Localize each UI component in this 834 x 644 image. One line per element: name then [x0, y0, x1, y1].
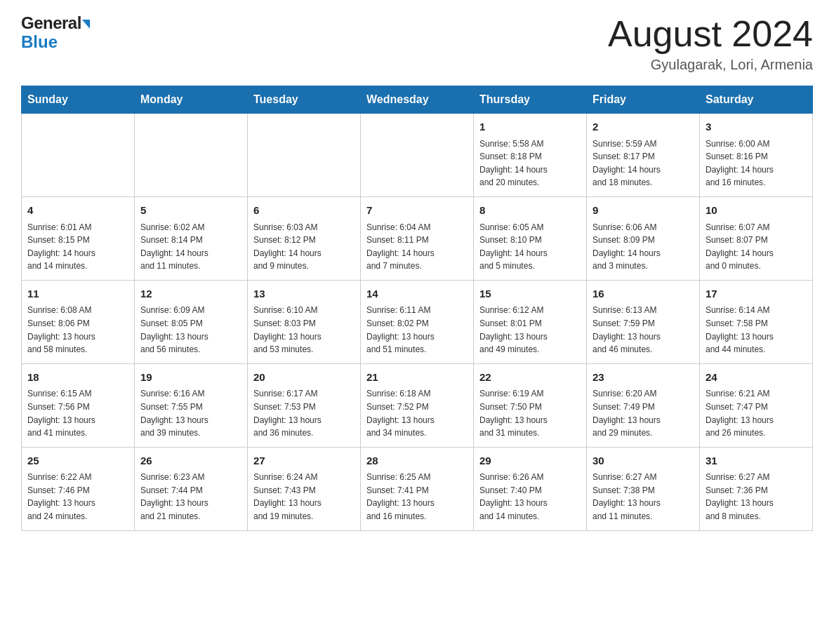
calendar-cell: 31Sunrise: 6:27 AM Sunset: 7:36 PM Dayli…	[700, 447, 813, 530]
day-number: 14	[366, 286, 468, 302]
day-number: 5	[140, 203, 241, 219]
location-label: Gyulagarak, Lori, Armenia	[608, 57, 813, 73]
calendar-cell: 19Sunrise: 6:16 AM Sunset: 7:55 PM Dayli…	[135, 363, 248, 447]
day-number: 28	[366, 453, 468, 469]
sun-info: Sunrise: 6:19 AM Sunset: 7:50 PM Dayligh…	[479, 387, 581, 439]
day-number: 18	[27, 370, 128, 386]
calendar-cell: 22Sunrise: 6:19 AM Sunset: 7:50 PM Dayli…	[474, 363, 587, 447]
calendar-cell: 11Sunrise: 6:08 AM Sunset: 8:06 PM Dayli…	[22, 280, 135, 363]
logo: General Blue	[21, 14, 90, 52]
day-number: 22	[479, 370, 581, 386]
month-title: August 2024	[608, 14, 813, 54]
weekday-header-wednesday: Wednesday	[361, 86, 474, 114]
sun-info: Sunrise: 6:06 AM Sunset: 8:09 PM Dayligh…	[593, 221, 694, 273]
weekday-header-sunday: Sunday	[22, 86, 135, 114]
sun-info: Sunrise: 5:59 AM Sunset: 8:17 PM Dayligh…	[593, 137, 694, 189]
sun-info: Sunrise: 6:26 AM Sunset: 7:40 PM Dayligh…	[479, 471, 581, 523]
calendar-week-row: 18Sunrise: 6:15 AM Sunset: 7:56 PM Dayli…	[22, 363, 813, 447]
calendar-week-row: 25Sunrise: 6:22 AM Sunset: 7:46 PM Dayli…	[22, 447, 813, 530]
logo-triangle-icon	[82, 20, 90, 29]
day-number: 8	[479, 203, 581, 219]
calendar-cell: 28Sunrise: 6:25 AM Sunset: 7:41 PM Dayli…	[361, 447, 474, 530]
sun-info: Sunrise: 6:24 AM Sunset: 7:43 PM Dayligh…	[253, 471, 355, 523]
day-number: 27	[253, 453, 355, 469]
day-number: 31	[706, 453, 807, 469]
calendar-cell: 17Sunrise: 6:14 AM Sunset: 7:58 PM Dayli…	[700, 280, 813, 363]
calendar-week-row: 11Sunrise: 6:08 AM Sunset: 8:06 PM Dayli…	[22, 280, 813, 363]
day-number: 26	[140, 453, 241, 469]
calendar-week-row: 4Sunrise: 6:01 AM Sunset: 8:15 PM Daylig…	[22, 197, 813, 281]
calendar-cell: 29Sunrise: 6:26 AM Sunset: 7:40 PM Dayli…	[474, 447, 587, 530]
day-number: 10	[706, 203, 807, 219]
weekday-header-thursday: Thursday	[474, 86, 587, 114]
calendar-body: 1Sunrise: 5:58 AM Sunset: 8:18 PM Daylig…	[22, 114, 813, 530]
calendar-cell: 20Sunrise: 6:17 AM Sunset: 7:53 PM Dayli…	[248, 363, 361, 447]
sun-info: Sunrise: 6:10 AM Sunset: 8:03 PM Dayligh…	[253, 304, 355, 356]
title-block: August 2024 Gyulagarak, Lori, Armenia	[608, 14, 813, 73]
sun-info: Sunrise: 6:14 AM Sunset: 7:58 PM Dayligh…	[706, 304, 807, 356]
sun-info: Sunrise: 6:16 AM Sunset: 7:55 PM Dayligh…	[140, 387, 241, 439]
sun-info: Sunrise: 6:23 AM Sunset: 7:44 PM Dayligh…	[140, 471, 241, 523]
day-number: 24	[706, 370, 807, 386]
day-number: 11	[27, 286, 128, 302]
day-number: 16	[593, 286, 694, 302]
day-number: 12	[140, 286, 241, 302]
calendar-table: SundayMondayTuesdayWednesdayThursdayFrid…	[21, 86, 813, 530]
calendar-cell	[248, 114, 361, 197]
sun-info: Sunrise: 6:02 AM Sunset: 8:14 PM Dayligh…	[140, 221, 241, 273]
sun-info: Sunrise: 6:17 AM Sunset: 7:53 PM Dayligh…	[253, 387, 355, 439]
sun-info: Sunrise: 6:04 AM Sunset: 8:11 PM Dayligh…	[366, 221, 468, 273]
calendar-cell: 9Sunrise: 6:06 AM Sunset: 8:09 PM Daylig…	[587, 197, 700, 281]
sun-info: Sunrise: 6:08 AM Sunset: 8:06 PM Dayligh…	[27, 304, 128, 356]
calendar-cell: 30Sunrise: 6:27 AM Sunset: 7:38 PM Dayli…	[587, 447, 700, 530]
sun-info: Sunrise: 6:18 AM Sunset: 7:52 PM Dayligh…	[366, 387, 468, 439]
sun-info: Sunrise: 6:22 AM Sunset: 7:46 PM Dayligh…	[27, 471, 128, 523]
sun-info: Sunrise: 6:09 AM Sunset: 8:05 PM Dayligh…	[140, 304, 241, 356]
day-number: 9	[593, 203, 694, 219]
sun-info: Sunrise: 6:27 AM Sunset: 7:38 PM Dayligh…	[593, 471, 694, 523]
calendar-cell: 27Sunrise: 6:24 AM Sunset: 7:43 PM Dayli…	[248, 447, 361, 530]
day-number: 29	[479, 453, 581, 469]
day-number: 15	[479, 286, 581, 302]
weekday-header-row: SundayMondayTuesdayWednesdayThursdayFrid…	[22, 86, 813, 114]
day-number: 13	[253, 286, 355, 302]
calendar-cell: 21Sunrise: 6:18 AM Sunset: 7:52 PM Dayli…	[361, 363, 474, 447]
calendar-cell: 15Sunrise: 6:12 AM Sunset: 8:01 PM Dayli…	[474, 280, 587, 363]
day-number: 1	[479, 119, 581, 135]
sun-info: Sunrise: 6:27 AM Sunset: 7:36 PM Dayligh…	[706, 471, 807, 523]
sun-info: Sunrise: 5:58 AM Sunset: 8:18 PM Dayligh…	[479, 137, 581, 189]
calendar-cell	[22, 114, 135, 197]
calendar-header: SundayMondayTuesdayWednesdayThursdayFrid…	[22, 86, 813, 114]
day-number: 23	[593, 370, 694, 386]
logo-blue-text: Blue	[21, 32, 58, 51]
calendar-cell: 12Sunrise: 6:09 AM Sunset: 8:05 PM Dayli…	[135, 280, 248, 363]
sun-info: Sunrise: 6:25 AM Sunset: 7:41 PM Dayligh…	[366, 471, 468, 523]
calendar-cell: 8Sunrise: 6:05 AM Sunset: 8:10 PM Daylig…	[474, 197, 587, 281]
calendar-cell	[135, 114, 248, 197]
calendar-cell: 24Sunrise: 6:21 AM Sunset: 7:47 PM Dayli…	[700, 363, 813, 447]
calendar-cell	[361, 114, 474, 197]
sun-info: Sunrise: 6:03 AM Sunset: 8:12 PM Dayligh…	[253, 221, 355, 273]
day-number: 3	[706, 119, 807, 135]
calendar-cell: 14Sunrise: 6:11 AM Sunset: 8:02 PM Dayli…	[361, 280, 474, 363]
calendar-cell: 6Sunrise: 6:03 AM Sunset: 8:12 PM Daylig…	[248, 197, 361, 281]
calendar-cell: 10Sunrise: 6:07 AM Sunset: 8:07 PM Dayli…	[700, 197, 813, 281]
sun-info: Sunrise: 6:05 AM Sunset: 8:10 PM Dayligh…	[479, 221, 581, 273]
calendar-cell: 25Sunrise: 6:22 AM Sunset: 7:46 PM Dayli…	[22, 447, 135, 530]
sun-info: Sunrise: 6:13 AM Sunset: 7:59 PM Dayligh…	[593, 304, 694, 356]
sun-info: Sunrise: 6:00 AM Sunset: 8:16 PM Dayligh…	[706, 137, 807, 189]
calendar-cell: 2Sunrise: 5:59 AM Sunset: 8:17 PM Daylig…	[587, 114, 700, 197]
day-number: 25	[27, 453, 128, 469]
calendar-cell: 4Sunrise: 6:01 AM Sunset: 8:15 PM Daylig…	[22, 197, 135, 281]
day-number: 30	[593, 453, 694, 469]
calendar-cell: 1Sunrise: 5:58 AM Sunset: 8:18 PM Daylig…	[474, 114, 587, 197]
sun-info: Sunrise: 6:11 AM Sunset: 8:02 PM Dayligh…	[366, 304, 468, 356]
sun-info: Sunrise: 6:01 AM Sunset: 8:15 PM Dayligh…	[27, 221, 128, 273]
sun-info: Sunrise: 6:21 AM Sunset: 7:47 PM Dayligh…	[706, 387, 807, 439]
day-number: 21	[366, 370, 468, 386]
logo-general-text: General	[21, 14, 81, 32]
weekday-header-friday: Friday	[587, 86, 700, 114]
day-number: 17	[706, 286, 807, 302]
calendar-week-row: 1Sunrise: 5:58 AM Sunset: 8:18 PM Daylig…	[22, 114, 813, 197]
sun-info: Sunrise: 6:07 AM Sunset: 8:07 PM Dayligh…	[706, 221, 807, 273]
